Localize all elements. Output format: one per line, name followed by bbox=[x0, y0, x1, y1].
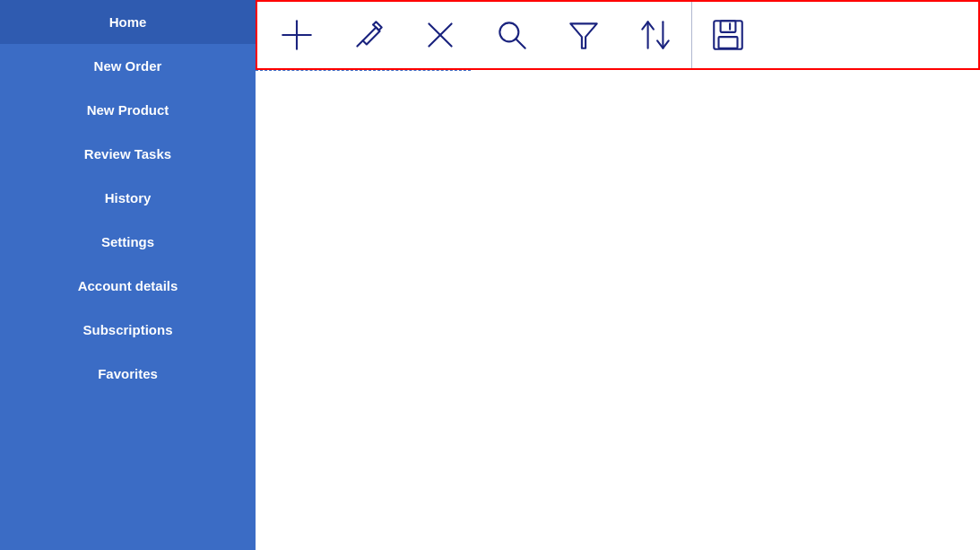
sort-icon bbox=[637, 16, 674, 54]
svg-rect-12 bbox=[718, 37, 737, 48]
sidebar-item-account-details[interactable]: Account details bbox=[0, 264, 256, 308]
content-area bbox=[256, 70, 980, 550]
main-content bbox=[256, 0, 980, 550]
plus-icon bbox=[278, 16, 316, 54]
toolbar bbox=[256, 0, 980, 70]
sidebar-item-settings[interactable]: Settings bbox=[0, 220, 256, 264]
svg-line-7 bbox=[516, 39, 525, 48]
edit-button[interactable] bbox=[333, 2, 404, 68]
delete-button[interactable] bbox=[404, 2, 476, 68]
filter-button[interactable] bbox=[548, 2, 620, 68]
sidebar-item-home[interactable]: Home bbox=[0, 0, 256, 44]
save-button[interactable] bbox=[691, 2, 763, 68]
sidebar-item-subscriptions[interactable]: Subscriptions bbox=[0, 308, 256, 352]
sidebar: HomeNew OrderNew ProductReview TasksHist… bbox=[0, 0, 256, 550]
sidebar-item-history[interactable]: History bbox=[0, 176, 256, 220]
search-button[interactable] bbox=[476, 2, 548, 68]
svg-line-2 bbox=[357, 40, 362, 46]
sidebar-item-favorites[interactable]: Favorites bbox=[0, 352, 256, 396]
svg-rect-11 bbox=[720, 21, 735, 32]
sidebar-item-new-product[interactable]: New Product bbox=[0, 88, 256, 132]
save-icon bbox=[709, 16, 747, 54]
separator bbox=[256, 70, 471, 71]
sidebar-item-new-order[interactable]: New Order bbox=[0, 44, 256, 88]
search-icon bbox=[493, 16, 531, 54]
filter-icon bbox=[565, 16, 603, 54]
edit-icon bbox=[350, 16, 387, 54]
add-button[interactable] bbox=[261, 2, 333, 68]
sort-button[interactable] bbox=[620, 2, 691, 68]
sidebar-item-review-tasks[interactable]: Review Tasks bbox=[0, 132, 256, 176]
close-icon bbox=[421, 16, 459, 54]
